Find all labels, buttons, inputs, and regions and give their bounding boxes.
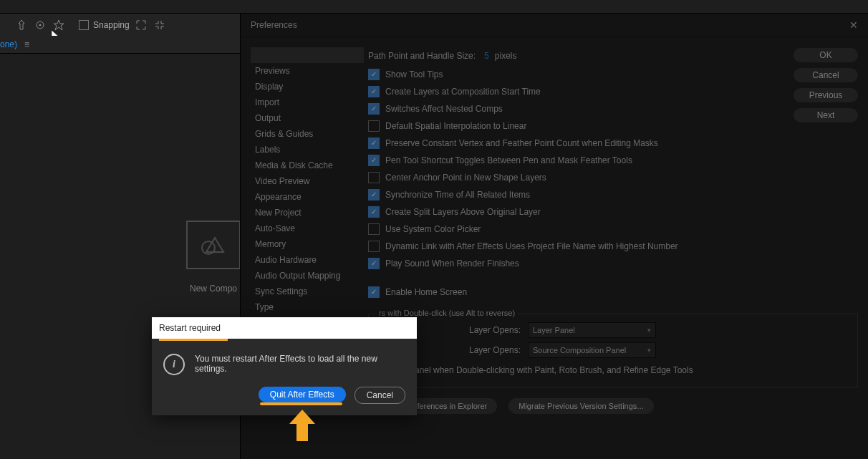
pref-checkbox-label: Preserve Constant Vertex and Feather Poi… — [385, 138, 658, 148]
pref-checkbox-label: Create Split Layers Above Original Layer — [385, 207, 541, 217]
chevron-down-icon: ▾ — [647, 327, 651, 334]
new-composition-placeholder[interactable]: New Compo — [186, 221, 241, 294]
pref-checkbox[interactable] — [368, 206, 380, 218]
pref-checkbox-label: Use System Color Picker — [385, 224, 481, 234]
modal-cancel-button[interactable]: Cancel — [355, 387, 405, 404]
preferences-content: Path Point and Handle Size: 5 pixels Sho… — [364, 37, 868, 459]
restart-required-dialog: Restart required i You must restart Afte… — [152, 317, 417, 415]
pref-checkbox[interactable] — [368, 172, 380, 183]
pref-checkbox[interactable] — [368, 137, 380, 149]
category-item[interactable]: Type — [251, 299, 364, 315]
fieldset-label: rs with Double-click (use Alt to reverse… — [376, 309, 518, 317]
panel-tab[interactable]: one) — [0, 39, 17, 49]
annotation-underline — [260, 402, 342, 405]
enable-home-label: Enable Home Screen — [385, 287, 467, 297]
category-item[interactable] — [251, 47, 364, 63]
svg-point-1 — [39, 24, 42, 26]
pref-checkbox[interactable] — [368, 69, 380, 80]
annotation-arrow-icon — [289, 410, 315, 443]
category-item[interactable]: Audio Hardware — [251, 252, 364, 268]
pref-checkbox[interactable] — [368, 86, 380, 97]
layer-opens-2-dropdown[interactable]: Source Composition Panel▾ — [528, 342, 656, 358]
pref-checkbox-label: Show Tool Tips — [385, 69, 443, 79]
pref-checkbox[interactable] — [368, 155, 380, 166]
quit-button[interactable]: Quit After Effects — [259, 387, 346, 402]
double-click-fieldset: rs with Double-click (use Alt to reverse… — [368, 314, 858, 388]
pathpoint-unit: pixels — [495, 51, 517, 61]
category-item[interactable]: Auto-Save — [251, 221, 364, 236]
pref-checkbox-label: Synchronize Time of All Related Items — [385, 190, 530, 200]
enable-home-checkbox[interactable] — [368, 286, 380, 298]
mesh-tool-icon[interactable] — [33, 18, 47, 32]
migrate-settings-button[interactable]: Migrate Previous Version Settings... — [508, 398, 653, 414]
category-item[interactable]: Media & Disk Cache — [251, 158, 364, 173]
category-item[interactable]: Audio Output Mapping — [251, 268, 364, 284]
new-composition-label: New Compo — [186, 284, 241, 294]
category-item[interactable]: Appearance — [251, 189, 364, 205]
pref-checkbox[interactable] — [368, 223, 380, 235]
pathpoint-label: Path Point and Handle Size: — [368, 51, 476, 61]
pref-checkbox-label: Pen Tool Shortcut Toggles Between Pen an… — [385, 155, 632, 165]
pref-checkbox-label: Default Spatial Interpolation to Linear — [385, 121, 526, 131]
expand-icon[interactable] — [134, 18, 148, 32]
pref-checkbox[interactable] — [368, 103, 380, 115]
pref-checkbox[interactable] — [368, 189, 380, 200]
info-icon: i — [163, 354, 185, 375]
category-item[interactable]: Sync Settings — [251, 284, 364, 299]
snapping-label: Snapping — [93, 20, 130, 30]
chevron-down-icon: ▾ — [647, 347, 651, 354]
close-icon[interactable]: ✕ — [849, 19, 858, 31]
puppet-tool-icon[interactable] — [14, 18, 29, 32]
star-tool-icon[interactable] — [52, 18, 66, 32]
category-item[interactable]: Previews — [251, 63, 364, 79]
category-item[interactable]: Video Preview — [251, 173, 364, 189]
category-item[interactable]: Import — [251, 95, 364, 110]
category-item[interactable]: Display — [251, 79, 364, 95]
panel-menu-icon[interactable]: ≡ — [24, 39, 29, 49]
pref-checkbox-label: Create Layers at Composition Start Time — [385, 87, 541, 97]
pref-checkbox-label: Center Anchor Point in New Shape Layers — [385, 173, 546, 183]
open-layer-panel-label: yer Panel when Double-clicking with Pain… — [395, 365, 693, 375]
pref-checkbox-label: Dynamic Link with After Effects Uses Pro… — [385, 241, 678, 251]
category-item[interactable]: Labels — [251, 142, 364, 158]
category-item[interactable]: Grids & Guides — [251, 126, 364, 142]
layer-opens-1-dropdown[interactable]: Layer Panel▾ — [528, 322, 656, 338]
pref-checkbox[interactable] — [368, 120, 380, 132]
modal-message: You must restart After Effects to load a… — [195, 354, 405, 374]
pref-checkbox-label: Play Sound When Render Finishes — [385, 259, 519, 269]
category-item[interactable]: Output — [251, 110, 364, 126]
pref-checkbox[interactable] — [368, 241, 380, 252]
collapse-icon[interactable] — [153, 18, 167, 32]
pathpoint-value[interactable]: 5 — [484, 51, 489, 61]
pref-checkbox-label: Switches Affect Nested Comps — [385, 104, 503, 114]
pref-checkbox[interactable] — [368, 258, 380, 269]
dialog-title: Preferences — [251, 20, 297, 30]
category-item[interactable]: Memory — [251, 236, 364, 252]
modal-title: Restart required — [152, 317, 417, 339]
snapping-checkbox[interactable] — [79, 20, 89, 30]
category-item[interactable]: New Project — [251, 205, 364, 221]
